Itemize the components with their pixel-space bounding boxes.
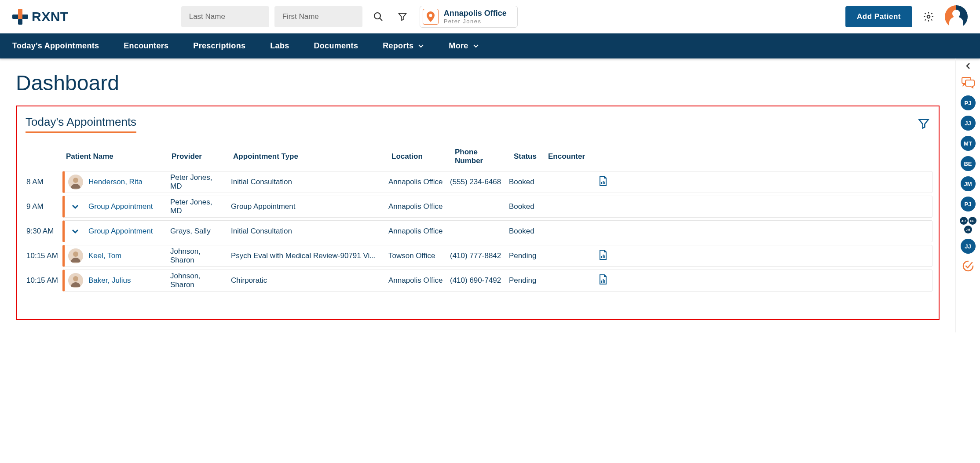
expand-group-button[interactable]: [71, 202, 80, 211]
svg-rect-10: [601, 182, 602, 184]
panel-header: Today's Appointments: [23, 115, 932, 137]
main-content: Dashboard Today's Appointments Patient N…: [0, 58, 955, 332]
rail-user-badge[interactable]: JJ: [961, 116, 976, 131]
location-cell: Annapolis Office: [385, 276, 446, 285]
header-filter-button[interactable]: [394, 8, 411, 25]
rail-user-badge[interactable]: MT: [961, 136, 976, 151]
provider-cell: Johnson, Sharon: [167, 272, 227, 289]
patient-link[interactable]: Henderson, Rita: [88, 178, 143, 186]
appointment-row[interactable]: Group AppointmentGrays, SallyInitial Con…: [62, 220, 932, 242]
expand-group-button[interactable]: [71, 227, 80, 236]
first-name-input[interactable]: [274, 6, 362, 27]
svg-point-9: [73, 178, 78, 183]
rail-user-badge[interactable]: PJ: [961, 95, 976, 110]
rail-user-badge[interactable]: JM: [961, 176, 976, 191]
location-cell: Towson Office: [385, 252, 446, 260]
nav-todays-appointments[interactable]: Today's Appointments: [12, 33, 99, 58]
location-cell: Annapolis Office: [385, 227, 446, 236]
table-row: 10:15 AMKeel, TomJohnson, SharonPsych Ev…: [23, 244, 932, 268]
page-body: Dashboard Today's Appointments Patient N…: [0, 58, 980, 332]
add-patient-button[interactable]: Add Patient: [845, 6, 912, 27]
appointment-row[interactable]: Group AppointmentPeter Jones, MDGroup Ap…: [62, 196, 932, 218]
logo[interactable]: RXNT: [12, 9, 69, 25]
chevron-down-icon: [473, 43, 479, 49]
svg-rect-20: [601, 281, 602, 283]
type-cell: Initial Consultation: [227, 227, 385, 236]
status-cell: Booked: [505, 178, 540, 186]
nav-reports-label: Reports: [383, 41, 413, 51]
appointment-row[interactable]: Keel, TomJohnson, SharonPsych Eval with …: [62, 245, 932, 267]
appointment-row[interactable]: Baker, JuliusJohnson, SharonChirporaticA…: [62, 270, 932, 292]
svg-rect-11: [603, 181, 604, 184]
patient-avatar: [68, 273, 83, 288]
rail-mini-badge[interactable]: AR: [960, 217, 968, 225]
encounter-cell: [540, 176, 617, 189]
appointment-row[interactable]: Henderson, RitaPeter Jones, MDInitial Co…: [62, 171, 932, 193]
search-button[interactable]: [369, 8, 387, 26]
encounter-button[interactable]: [599, 274, 607, 285]
settings-button[interactable]: [919, 7, 938, 26]
patient-link[interactable]: Group Appointment: [88, 202, 153, 211]
nav-reports[interactable]: Reports: [383, 33, 424, 58]
patient-link[interactable]: Keel, Tom: [88, 252, 121, 260]
svg-point-7: [927, 15, 930, 18]
encounter-button[interactable]: [599, 250, 607, 260]
side-rail: PJJJMTBEJMPJ ARBEJM JJ: [955, 58, 980, 332]
location-selector[interactable]: Annapolis Office Peter Jones: [420, 6, 518, 28]
nav-documents[interactable]: Documents: [314, 33, 358, 58]
provider-cell: Johnson, Sharon: [167, 247, 227, 265]
search-group: [181, 6, 362, 27]
document-icon: [599, 274, 607, 285]
rail-user-badge[interactable]: PJ: [961, 197, 976, 211]
user-avatar[interactable]: [945, 5, 968, 28]
col-type: Appointment Type: [230, 143, 388, 170]
encounter-cell: [540, 274, 617, 287]
col-phone: Phone Number: [451, 143, 510, 170]
nav-labs[interactable]: Labs: [270, 33, 289, 58]
rail-user-badge[interactable]: BE: [961, 156, 976, 171]
nav-encounters[interactable]: Encounters: [124, 33, 168, 58]
appointment-time: 10:15 AM: [23, 268, 62, 293]
svg-line-5: [380, 18, 382, 21]
nav-more[interactable]: More: [449, 33, 479, 58]
table-row: 8 AMHenderson, RitaPeter Jones, MDInitia…: [23, 170, 932, 194]
location-cell: Annapolis Office: [385, 178, 446, 186]
panel-filter-button[interactable]: [918, 117, 930, 131]
col-location: Location: [388, 143, 451, 170]
plus-icon: [12, 9, 28, 25]
document-icon: [599, 250, 607, 260]
appointment-time: 8 AM: [23, 170, 62, 194]
location-pin-box: [423, 9, 439, 25]
table-row: 9:30 AMGroup AppointmentGrays, SallyInit…: [23, 219, 932, 244]
svg-point-6: [429, 14, 432, 17]
chevron-down-icon: [71, 202, 80, 211]
patient-link[interactable]: Baker, Julius: [88, 276, 131, 285]
appointments-table: Patient Name Provider Appointment Type L…: [23, 143, 932, 293]
rail-mini-badge[interactable]: JM: [964, 226, 972, 233]
rail-check-button[interactable]: [962, 260, 974, 274]
svg-rect-12: [604, 182, 605, 184]
rail-mini-badge[interactable]: BE: [969, 217, 976, 225]
nav-prescriptions[interactable]: Prescriptions: [193, 33, 245, 58]
filter-icon: [398, 12, 407, 22]
rail-user-badge[interactable]: JJ: [961, 239, 976, 254]
type-cell: Chirporatic: [227, 276, 385, 285]
search-icon: [373, 11, 384, 22]
document-icon: [599, 176, 607, 186]
location-cell: Annapolis Office: [385, 202, 446, 211]
patient-link[interactable]: Group Appointment: [88, 227, 153, 236]
svg-point-14: [73, 252, 78, 257]
rail-chat-button[interactable]: [962, 77, 975, 90]
col-status: Status: [510, 143, 545, 170]
gear-icon: [923, 11, 934, 22]
type-cell: Group Appointment: [227, 202, 385, 211]
panel-title: Today's Appointments: [26, 115, 136, 133]
filter-icon: [918, 117, 930, 130]
page-title: Dashboard: [16, 71, 940, 95]
svg-point-19: [73, 276, 78, 281]
svg-rect-15: [601, 256, 602, 258]
encounter-button[interactable]: [599, 176, 607, 186]
last-name-input[interactable]: [181, 6, 269, 27]
svg-rect-24: [965, 80, 974, 86]
rail-collapse-button[interactable]: [965, 62, 971, 72]
